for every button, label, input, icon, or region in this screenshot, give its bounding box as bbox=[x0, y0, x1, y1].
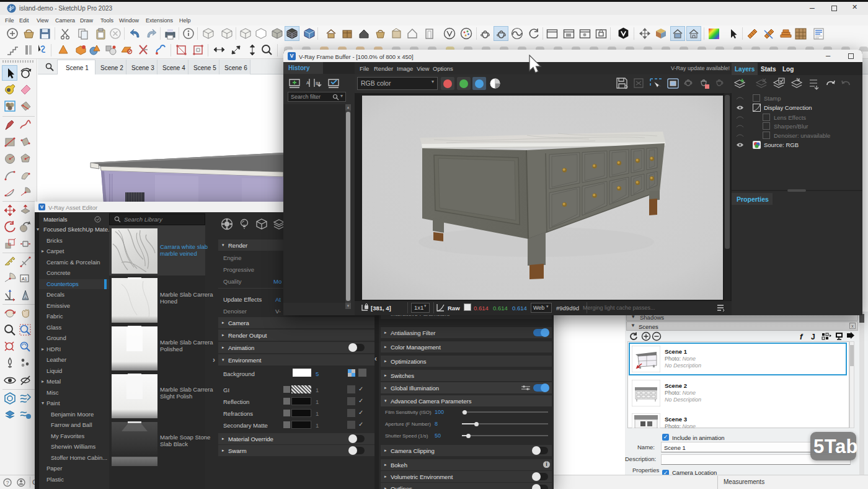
svg-text:A1: A1 bbox=[22, 277, 27, 281]
svg-text:A: A bbox=[306, 81, 309, 85]
svg-text:?: ? bbox=[6, 480, 9, 486]
svg-text:f: f bbox=[800, 332, 804, 341]
svg-text:J: J bbox=[811, 333, 815, 341]
svg-text:A: A bbox=[24, 294, 27, 300]
